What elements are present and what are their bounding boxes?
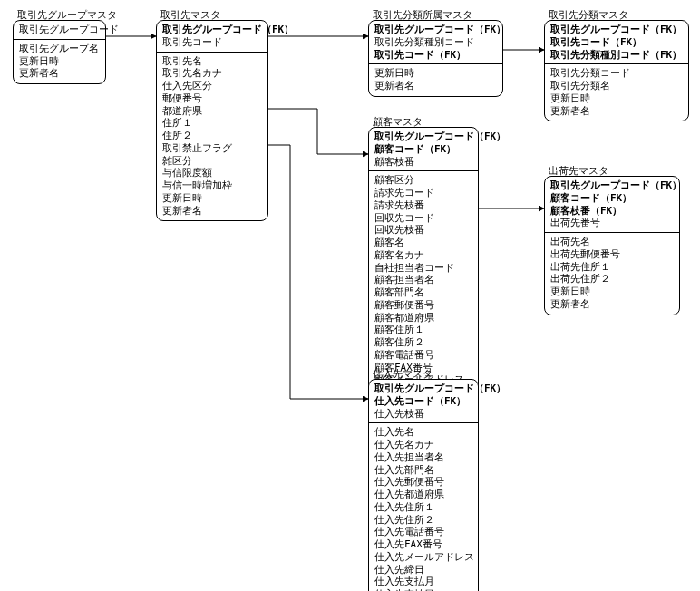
field: 顧客電話番号 [374,349,472,362]
field: 取引禁止フラグ [162,142,262,155]
field: 更新日時 [162,192,262,205]
field: 更新日時 [550,92,683,105]
field: 請求先枝番 [374,199,472,212]
entity-cat: 取引先分類マスタ 取引先グループコード（FK）取引先コード（FK）取引先分類種別… [544,20,689,121]
entity-title: 仕入先マスタ [373,367,433,381]
field: 与信一時増加枠 [162,179,262,192]
field: 請求先コード [374,187,472,199]
attrs-section: 仕入先名仕入先名カナ仕入先担当者名仕入先部門名仕入先郵便番号仕入先都道府県仕入先… [369,423,478,591]
pk-section: 取引先グループコード（FK）取引先コード（FK）取引先分類種別コード（FK） [545,21,688,64]
entity-title: 顧客マスタ [373,115,423,129]
field: 仕入先枝番 [374,408,472,421]
field: 取引先コード（FK） [550,36,683,49]
field: 取引先グループコード（FK） [550,179,674,192]
field: 出荷先名 [550,236,674,248]
field: 回収先枝番 [374,224,472,237]
field: 仕入先区分 [162,80,262,92]
field: 仕入先メールアドレス [374,551,472,564]
field: 仕入先都道府県 [374,489,472,501]
field: 仕入先住所２ [374,514,472,527]
field: 回収先コード [374,212,472,225]
field: 出荷先住所１ [550,261,674,274]
pk-section: 取引先グループコード（FK）顧客コード（FK）顧客枝番 [369,128,478,171]
field: 更新者名 [550,105,683,118]
field: 更新日時 [550,286,674,298]
field: 住所２ [162,130,262,142]
field: 出荷先住所２ [550,273,674,286]
field: 仕入先住所１ [374,501,472,514]
field: 仕入先担当者名 [374,451,472,464]
pk-section: 取引先グループコード（FK）取引先分類種別コード取引先コード（FK） [369,21,502,64]
field: 取引先分類名 [550,80,683,92]
field: 顧客コード（FK） [550,192,674,205]
field: 仕入先電話番号 [374,526,472,538]
field: 仕入先支払月 [374,576,472,588]
attrs-section: 取引先グループ名更新日時更新者名 [14,40,105,83]
field: 取引先分類コード [550,67,683,80]
field: 取引先コード（FK） [374,49,497,62]
field: 仕入先名カナ [374,439,472,451]
field: 更新日時 [374,67,497,80]
entity-title: 出荷先マスタ [549,164,608,178]
field: 顧客部門名 [374,286,472,299]
field: 取引先グループコード（FK） [374,131,472,143]
field: 更新者名 [550,298,674,311]
pk-section: 取引先グループコード（FK）仕入先コード（FK）仕入先枝番 [369,380,478,423]
field: 取引先グループ名 [19,43,100,55]
field: 郵便番号 [162,92,262,105]
field: 更新者名 [162,205,262,218]
attrs-section: 取引先分類コード取引先分類名更新日時更新者名 [545,64,688,121]
entity-partner: 取引先マスタ 取引先グループコード（FK）取引先コード 取引先名取引先名カナ仕入… [156,20,268,221]
attrs-section: 取引先名取引先名カナ仕入先区分郵便番号都道府県住所１住所２取引禁止フラグ雑区分与… [157,53,267,221]
entity-ship: 出荷先マスタ 取引先グループコード（FK）顧客コード（FK）顧客枝番（FK）出荷… [544,176,680,315]
pk-section: 取引先グループコード [14,21,105,40]
pk-section: 取引先グループコード（FK）顧客コード（FK）顧客枝番（FK）出荷先番号 [545,177,679,233]
field: 顧客郵便番号 [374,299,472,312]
entity-title: 取引先マスタ [160,8,220,22]
field: 顧客都道府県 [374,312,472,325]
field: 顧客枝番 [374,156,472,169]
field: 更新者名 [19,67,100,80]
field: 更新日時 [19,55,100,68]
field: 取引先分類種別コード（FK） [550,49,683,62]
attrs-section: 更新日時更新者名 [369,64,502,96]
field: 仕入先郵便番号 [374,476,472,489]
field: 取引先グループコード（FK） [550,24,683,36]
field: 仕入先コード（FK） [374,395,472,408]
entity-title: 取引先グループマスタ [17,8,117,22]
entity-title: 取引先分類所属マスタ [373,8,472,22]
field: 顧客区分 [374,174,472,187]
field: 仕入先FAX番号 [374,538,472,551]
entity-group: 取引先グループマスタ 取引先グループコード 取引先グループ名更新日時更新者名 [13,20,106,84]
field: 取引先グループコード（FK） [162,24,262,36]
field: 顧客住所１ [374,324,472,336]
field: 取引先グループコード（FK） [374,383,472,395]
field: 取引先グループコード（FK） [374,24,497,36]
pk-section: 取引先グループコード（FK）取引先コード [157,21,267,53]
field: 都道府県 [162,105,262,118]
field: 顧客名カナ [374,249,472,262]
field: 取引先コード [162,36,262,49]
entity-title: 取引先分類マスタ [549,8,628,22]
entity-supplier: 仕入先マスタ 取引先グループコード（FK）仕入先コード（FK）仕入先枝番 仕入先… [368,379,479,591]
field: 取引先名 [162,55,262,68]
field: 出荷先郵便番号 [550,248,674,261]
field: 顧客名 [374,237,472,249]
field: 取引先分類種別コード [374,36,497,49]
field: 顧客住所２ [374,336,472,349]
entity-cat-assoc: 取引先分類所属マスタ 取引先グループコード（FK）取引先分類種別コード取引先コー… [368,20,503,97]
attrs-section: 出荷先名出荷先郵便番号出荷先住所１出荷先住所２更新日時更新者名 [545,233,679,315]
field: 住所１ [162,117,262,130]
field: 仕入先部門名 [374,464,472,477]
field: 出荷先番号 [550,217,674,229]
field: 顧客担当者名 [374,274,472,286]
field: 仕入先名 [374,426,472,439]
field: 取引先グループコード [19,24,100,36]
field: 雑区分 [162,155,262,168]
field: 与信限度額 [162,167,262,179]
field: 仕入先締日 [374,564,472,576]
field: 顧客枝番（FK） [550,205,674,218]
field: 取引先名カナ [162,67,262,80]
field: 自社担当者コード [374,262,472,275]
field: 顧客コード（FK） [374,143,472,156]
